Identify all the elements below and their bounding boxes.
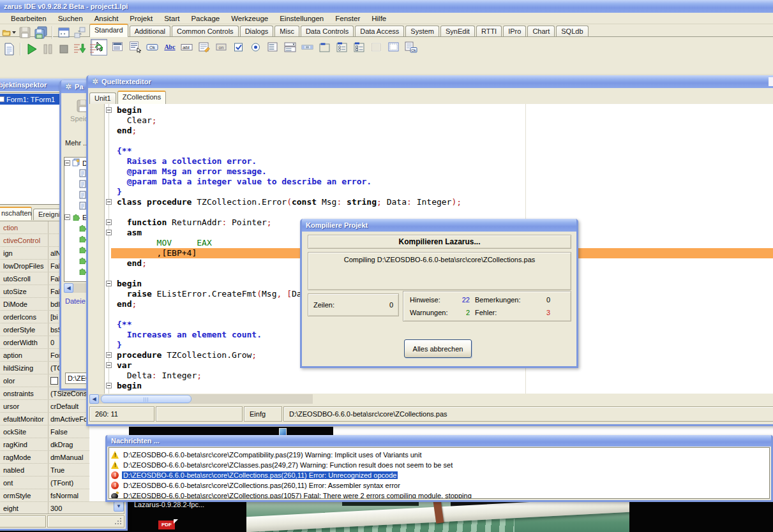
editor-titlebar[interactable]: ✲ Quelltexteditor (88, 75, 773, 88)
step-over-icon[interactable] (89, 42, 103, 56)
code-line[interactable]: Delta: Integer; (88, 371, 773, 381)
scrollbar-thumb[interactable] (101, 395, 191, 403)
palette-radiogroup-icon[interactable] (336, 41, 349, 54)
message-row[interactable]: D:\ZEOSDBO-6.6.0-beta\src\core\ZCollecti… (109, 491, 769, 499)
palette-combobox-icon[interactable] (284, 41, 297, 54)
code-line[interactable] (88, 136, 773, 146)
editor-tab-zcollections[interactable]: ZCollections (117, 91, 167, 104)
menu-ansicht[interactable]: Ansicht (89, 13, 124, 24)
step-into-icon[interactable] (73, 42, 87, 56)
menu-package[interactable]: Package (185, 13, 225, 24)
message-row[interactable]: D:\ZEOSDBO-6.6.0-beta\src\core\ZCompatib… (109, 450, 769, 460)
palette-tab-additional[interactable]: Additional (130, 26, 170, 37)
new-unit-icon[interactable] (2, 42, 16, 56)
menu-hilfe[interactable]: Hilfe (366, 13, 392, 24)
message-row[interactable]: D:\ZEOSDBO-6.6.0-beta\src\core\ZClasses.… (109, 460, 769, 470)
run-icon[interactable] (25, 42, 39, 56)
menu-werkzeuge[interactable]: Werkzeuge (225, 13, 274, 24)
property-value[interactable]: False (49, 428, 68, 436)
palette-button-icon[interactable]: Ok (146, 41, 159, 54)
property-value[interactable]: Fal (49, 288, 60, 295)
property-value[interactable]: (TFont) (49, 479, 73, 487)
code-line[interactable]: begin (88, 105, 773, 115)
property-value[interactable]: True (49, 466, 64, 474)
pause-icon[interactable] (41, 42, 55, 56)
resize-grip[interactable] (114, 517, 122, 525)
code-line[interactable]: @param Data a integer value to describe … (88, 177, 773, 187)
property-value[interactable]: dmActiveFo (49, 415, 87, 423)
fold-marker[interactable] (106, 383, 112, 388)
property-value[interactable]: 300 (49, 505, 62, 512)
fold-marker[interactable] (106, 362, 112, 368)
editor-hscrollbar[interactable]: ◀ (89, 394, 313, 404)
palette-tab-synedit[interactable]: SynEdit (440, 26, 475, 37)
property-value[interactable]: dkDrag (49, 441, 73, 448)
package-files-tab[interactable]: Dateie (65, 297, 86, 305)
palette-actionlist-icon[interactable]: Ok (405, 41, 417, 54)
code-line[interactable]: class procedure TZCollection.Error(const… (88, 197, 773, 207)
fold-marker[interactable] (106, 352, 112, 358)
package-more-button[interactable]: Mehr .. (65, 139, 87, 147)
property-value[interactable]: Fal (49, 275, 60, 283)
code-line[interactable] (88, 207, 773, 218)
palette-listbox-icon[interactable] (267, 41, 280, 54)
palette-tab-sqldb[interactable]: SQLdb (556, 26, 588, 37)
menu-einstellungen[interactable]: Einstellungen (274, 13, 329, 24)
palette-tab-misc[interactable]: Misc (274, 26, 299, 37)
menu-projekt[interactable]: Projekt (124, 13, 158, 24)
fold-marker[interactable] (106, 281, 112, 286)
code-line[interactable]: @param Msg an error message. (88, 166, 773, 177)
property-value[interactable]: 0 (49, 339, 54, 346)
scroll-left-button[interactable]: ◀ (89, 394, 99, 404)
main-titlebar[interactable]: zarus IDE v0.9.28.2 Beta - project1.lpi (0, 0, 773, 13)
palette-checkbox-icon[interactable] (232, 41, 245, 54)
palette-memo-icon[interactable] (198, 41, 211, 54)
property-value[interactable] (49, 377, 58, 385)
fold-marker[interactable] (106, 230, 112, 235)
swap-form-unit-icon[interactable] (73, 26, 87, 40)
palette-groupbox-icon[interactable] (319, 41, 331, 54)
new-form-icon[interactable] (57, 26, 71, 40)
palette-tab-data-controls[interactable]: Data Controls (301, 26, 354, 37)
property-row[interactable]: eight300 (0, 502, 124, 514)
cancel-all-button[interactable]: Alles abbrechen (404, 339, 472, 358)
code-line[interactable]: Clear; (88, 115, 773, 126)
palette-tab-system[interactable]: System (405, 26, 439, 37)
messages-titlebar[interactable]: Nachrichten ... (107, 435, 771, 447)
stop-icon[interactable] (57, 42, 71, 56)
message-row[interactable]: D:\ZEOSDBO-6.6.0-beta\src\core\ZCollecti… (109, 480, 769, 491)
menu-bearbeiten[interactable]: Bearbeiten (5, 13, 52, 24)
palette-popupmenu-icon[interactable] (129, 41, 142, 54)
palette-mainmenu-icon[interactable] (112, 41, 124, 54)
property-value[interactable]: dmManual (49, 454, 83, 461)
property-value[interactable]: [bi (49, 313, 58, 321)
palette-checkgroup-icon[interactable] (353, 41, 366, 54)
palette-tab-chart[interactable]: Chart (527, 26, 555, 37)
code-line[interactable]: } (88, 187, 773, 197)
property-value[interactable]: (TSizeConst (49, 390, 89, 397)
pdf-file-icon[interactable]: PDF (158, 519, 177, 532)
palette-tab-data-access[interactable]: Data Access (355, 26, 404, 37)
palette-tab-standard[interactable]: Standard (89, 24, 128, 37)
fold-marker[interactable] (106, 199, 112, 205)
fold-marker[interactable] (106, 107, 112, 113)
palette-tab-rtti[interactable]: RTTI (476, 26, 502, 37)
palette-panel-icon[interactable] (370, 41, 383, 54)
tab-properties[interactable]: nschaften (0, 207, 32, 220)
save-all-icon[interactable] (34, 26, 48, 40)
scroll-down-button[interactable]: ▼ (114, 501, 124, 512)
code-line[interactable]: end; (88, 126, 773, 136)
property-value[interactable]: crDefault (49, 403, 79, 410)
menu-fenster[interactable]: Fenster (329, 13, 366, 24)
fold-marker[interactable] (106, 219, 112, 225)
palette-tab-dialogs[interactable]: Dialogs (240, 26, 274, 37)
open-folder-icon[interactable] (2, 26, 16, 40)
palette-tab-common-controls[interactable]: Common Controls (172, 26, 239, 37)
save-icon[interactable] (18, 26, 32, 40)
menu-start[interactable]: Start (158, 13, 185, 24)
property-value[interactable]: Fal (49, 262, 60, 270)
code-line[interactable]: begin (88, 381, 773, 391)
palette-label-icon[interactable]: Abc (163, 41, 176, 54)
palette-frame-icon[interactable] (387, 41, 400, 54)
menu-suchen[interactable]: Suchen (52, 13, 89, 24)
